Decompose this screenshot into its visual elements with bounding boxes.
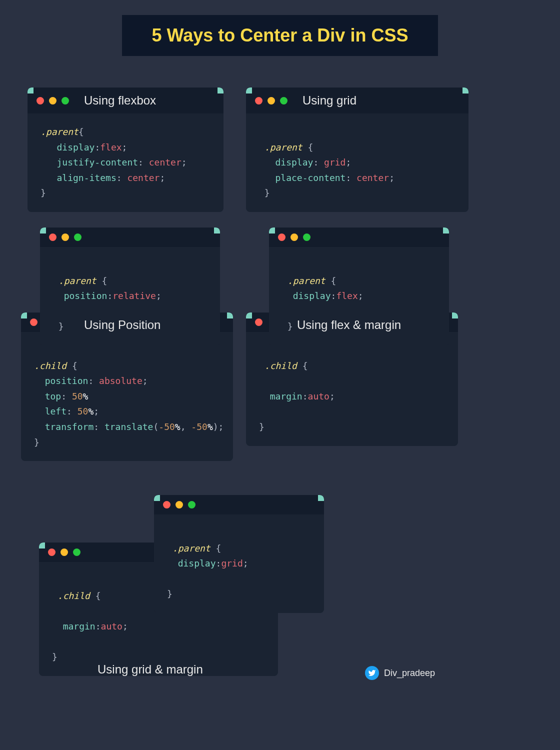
window-title-flexmargin: Using flex & margin xyxy=(297,318,401,332)
corner-decoration xyxy=(246,312,252,318)
close-dot-icon xyxy=(255,97,262,104)
window-header xyxy=(154,495,324,514)
corner-decoration xyxy=(39,542,45,548)
close-dot-icon xyxy=(30,318,38,326)
corner-decoration xyxy=(154,495,160,501)
close-dot-icon xyxy=(278,234,286,241)
close-dot-icon xyxy=(163,501,170,508)
code-block: .parent { display:grid; } xyxy=(154,514,324,613)
window-title-position: Using Position xyxy=(84,318,160,332)
maximize-dot-icon xyxy=(74,234,82,241)
corner-decoration xyxy=(443,228,449,234)
page-title: 5 Ways to Center a Div in CSS xyxy=(122,15,438,56)
corner-decoration xyxy=(246,88,252,94)
corner-decoration xyxy=(318,495,324,501)
corner-decoration xyxy=(40,228,46,234)
corner-decoration xyxy=(269,228,275,234)
minimize-dot-icon xyxy=(49,97,56,104)
close-dot-icon xyxy=(255,318,262,326)
minimize-dot-icon xyxy=(290,234,298,241)
maximize-dot-icon xyxy=(188,501,196,508)
window-header: Using flexbox xyxy=(28,88,224,114)
maximize-dot-icon xyxy=(280,97,288,104)
window-title: Using flexbox xyxy=(84,94,156,108)
corner-decoration xyxy=(227,312,233,318)
minimize-dot-icon xyxy=(268,97,275,104)
close-dot-icon xyxy=(36,97,44,104)
minimize-dot-icon xyxy=(176,501,183,508)
window-header xyxy=(40,228,220,247)
twitter-icon[interactable] xyxy=(365,666,379,680)
corner-decoration xyxy=(218,88,224,94)
window-title: Using grid xyxy=(302,94,356,108)
code-window-flexbox: Using flexbox .parent{ display:flex; jus… xyxy=(28,88,224,212)
window-header xyxy=(269,228,449,247)
maximize-dot-icon xyxy=(73,548,80,556)
window-header: Using grid xyxy=(246,88,468,114)
footer-credit: Div_pradeep xyxy=(365,666,435,680)
code-block: .child { margin:auto; } xyxy=(246,332,458,446)
code-window-grid: Using grid .parent { display: grid; plac… xyxy=(246,88,468,212)
code-block: .parent { display: grid; place-content: … xyxy=(246,114,468,212)
maximize-dot-icon xyxy=(303,234,310,241)
corner-decoration xyxy=(452,312,458,318)
maximize-dot-icon xyxy=(62,97,69,104)
corner-decoration xyxy=(462,88,468,94)
code-block: .parent{ display:flex; justify-content: … xyxy=(28,114,224,212)
close-dot-icon xyxy=(49,234,56,241)
minimize-dot-icon xyxy=(62,234,69,241)
corner-decoration xyxy=(21,312,27,318)
twitter-handle[interactable]: Div_pradeep xyxy=(384,668,435,678)
code-window-gridmargin-parent: .parent { display:grid; } xyxy=(154,495,324,613)
minimize-dot-icon xyxy=(60,548,68,556)
code-block: .child { position: absolute; top: 50% le… xyxy=(21,332,233,461)
window-title-gridmargin: Using grid & margin xyxy=(98,662,203,676)
corner-decoration xyxy=(214,228,220,234)
corner-decoration xyxy=(28,88,34,94)
close-dot-icon xyxy=(48,548,56,556)
